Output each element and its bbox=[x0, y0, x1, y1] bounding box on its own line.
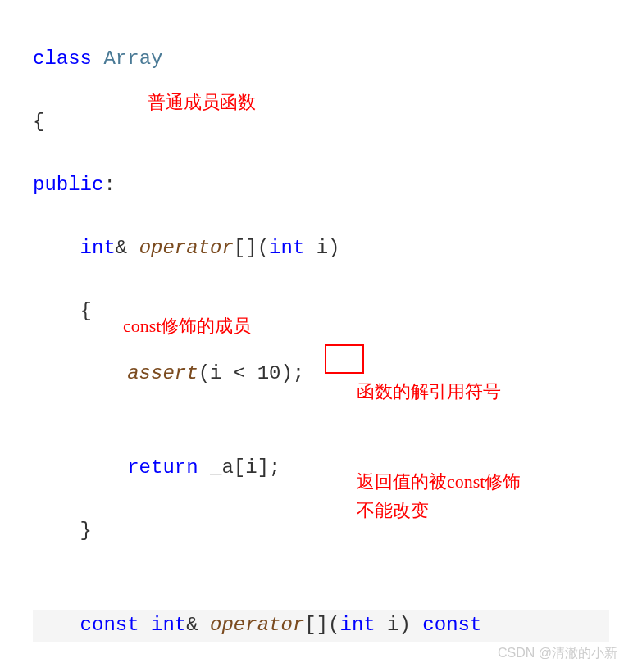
keyword-operator: operator bbox=[210, 614, 304, 636]
type-int: int bbox=[151, 614, 186, 636]
watermark: CSDN @清澈的小新 bbox=[498, 642, 617, 664]
code-line-5: { bbox=[33, 296, 609, 327]
code-line-8: return _a[i]; bbox=[33, 452, 609, 484]
code-block: class Array { public: int& operator[](in… bbox=[33, 12, 609, 672]
annotation-return-const: 返回值的被const修饰 bbox=[357, 467, 521, 496]
code-line-4: int& operator[](int i) bbox=[33, 233, 609, 264]
code-line-11: const int& operator[](int i) const bbox=[33, 610, 609, 641]
annotation-normal-member: 普通成员函数 bbox=[148, 88, 256, 116]
code-line-1: class Array bbox=[33, 43, 609, 75]
keyword-operator: operator bbox=[139, 237, 234, 259]
keyword-class: class bbox=[33, 48, 92, 70]
keyword-const: const bbox=[422, 614, 481, 636]
class-name: Array bbox=[92, 48, 162, 70]
code-line-9: } bbox=[33, 515, 609, 547]
type-int: int bbox=[340, 614, 376, 636]
keyword-public: public bbox=[33, 174, 103, 196]
annotation-deref-symbol: 函数的解引用符号 bbox=[357, 377, 501, 406]
annotation-return-const-2: 不能改变 bbox=[357, 496, 429, 524]
keyword-const: const bbox=[80, 614, 151, 636]
keyword-return: return bbox=[127, 456, 198, 479]
func-assert: assert bbox=[127, 362, 198, 384]
code-line-3: public: bbox=[33, 170, 609, 201]
code-line-6: assert(i < 10); bbox=[33, 358, 609, 389]
type-int: int bbox=[269, 237, 304, 259]
type-int: int bbox=[80, 237, 116, 259]
code-line-2: { bbox=[33, 107, 609, 138]
annotation-const-member: const修饰的成员 bbox=[123, 311, 251, 340]
